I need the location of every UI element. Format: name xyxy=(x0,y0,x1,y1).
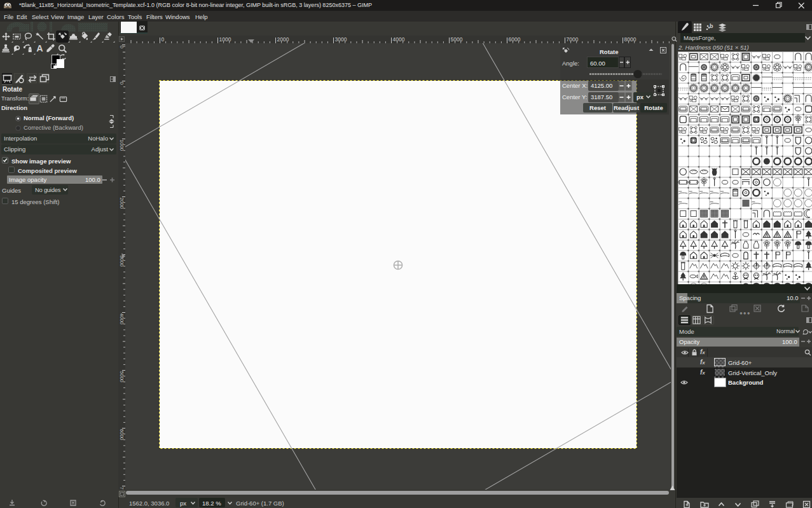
svg-text:4000: 4000 xyxy=(119,313,125,325)
svg-text:b: b xyxy=(710,23,713,29)
svg-text:6000: 6000 xyxy=(119,429,125,441)
svg-text:A: A xyxy=(36,43,43,53)
svg-text:1000: 1000 xyxy=(119,140,125,151)
svg-text:0: 0 xyxy=(162,36,165,43)
svg-text:0: 0 xyxy=(119,46,125,49)
svg-text:0: 0 xyxy=(119,82,125,85)
svg-text:2000: 2000 xyxy=(119,198,125,209)
svg-text:5000: 5000 xyxy=(119,371,125,383)
